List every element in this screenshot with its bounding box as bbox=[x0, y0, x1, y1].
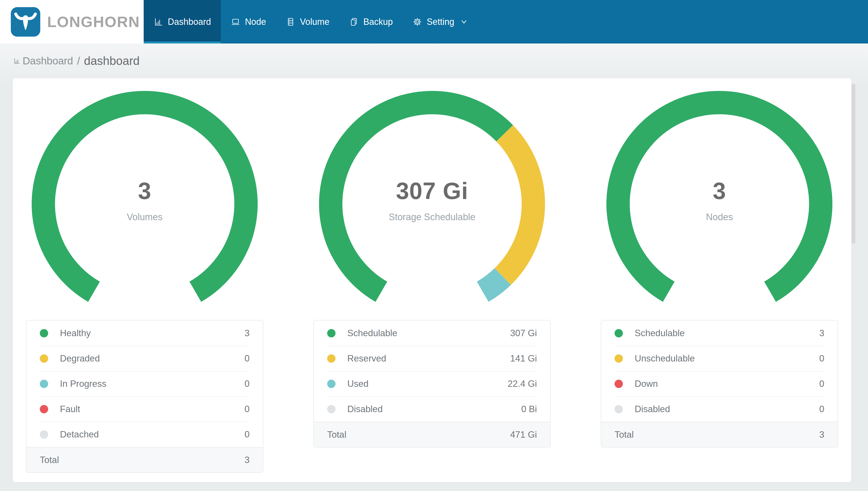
legend-color-dot bbox=[40, 354, 48, 363]
legend-total-row: Total471 Gi bbox=[314, 422, 550, 447]
nav-item-node[interactable]: Node bbox=[221, 0, 276, 44]
volumes-count: 3 bbox=[32, 177, 258, 204]
nav-item-volume[interactable]: Volume bbox=[276, 0, 339, 44]
breadcrumb-section-dashboard[interactable]: Dashboard bbox=[23, 55, 73, 67]
legend-color-dot bbox=[615, 354, 623, 363]
total-label: Total bbox=[327, 430, 510, 440]
legend-label: Unschedulable bbox=[635, 353, 819, 364]
legend-value: 0 bbox=[244, 429, 250, 440]
storage-legend-table: Schedulable307 GiReserved141 GiUsed22.4 … bbox=[313, 320, 551, 447]
total-label: Total bbox=[615, 430, 819, 440]
legend-color-dot bbox=[327, 329, 336, 338]
top-navbar: LONGHORN Dashboard Node bbox=[0, 0, 868, 44]
legend-row: Used22.4 Gi bbox=[314, 371, 550, 396]
brand-name: LONGHORN bbox=[47, 13, 140, 30]
legend-color-dot bbox=[615, 329, 623, 338]
bar-chart-icon bbox=[154, 17, 163, 27]
legend-value: 0 bbox=[244, 353, 250, 364]
main-menu: Dashboard Node Volume bbox=[144, 0, 478, 44]
legend-row: Down0 bbox=[601, 371, 838, 396]
legend-row: Schedulable3 bbox=[601, 320, 838, 346]
legend-row: Degraded0 bbox=[27, 346, 263, 371]
storage-panel: 307 Gi Storage Schedulable Schedulable30… bbox=[313, 91, 551, 482]
total-value: 3 bbox=[819, 430, 824, 440]
legend-value: 0 bbox=[819, 404, 824, 414]
legend-value: 141 Gi bbox=[510, 353, 537, 364]
volumes-panel: 3 Volumes Healthy3Degraded0In Progress0F… bbox=[26, 91, 263, 482]
breadcrumb: Dashboard / dashboard bbox=[0, 44, 868, 78]
nav-label: Dashboard bbox=[168, 17, 211, 27]
legend-value: 0 Bi bbox=[521, 404, 537, 414]
storage-schedulable-value: 307 Gi bbox=[319, 177, 545, 204]
legend-label: Disabled bbox=[347, 404, 521, 414]
gauge-center-text: 3 Volumes bbox=[32, 177, 258, 222]
nodes-gauge-label: Nodes bbox=[607, 212, 832, 222]
legend-color-dot bbox=[40, 329, 48, 338]
bar-chart-icon bbox=[13, 57, 21, 65]
legend-label: Healthy bbox=[60, 328, 244, 338]
volumes-legend-table: Healthy3Degraded0In Progress0Fault0Detac… bbox=[26, 320, 263, 473]
legend-value: 0 bbox=[819, 379, 824, 389]
legend-label: Degraded bbox=[60, 353, 244, 364]
nodes-count: 3 bbox=[607, 177, 832, 204]
logo-area[interactable]: LONGHORN bbox=[0, 0, 144, 44]
legend-value: 0 bbox=[244, 404, 250, 414]
nodes-legend-table: Schedulable3Unschedulable0Down0Disabled0… bbox=[601, 320, 838, 447]
gear-icon bbox=[412, 17, 422, 27]
gauge-center-text: 3 Nodes bbox=[607, 177, 832, 222]
gauge-segment-used bbox=[483, 277, 503, 292]
chevron-down-icon bbox=[460, 18, 468, 26]
legend-color-dot bbox=[615, 380, 623, 388]
vertical-scrollbar-thumb[interactable] bbox=[852, 84, 855, 243]
legend-value: 3 bbox=[244, 328, 250, 338]
nav-item-dashboard[interactable]: Dashboard bbox=[144, 0, 221, 44]
volumes-gauge-label: Volumes bbox=[32, 212, 258, 222]
legend-total-row: Total3 bbox=[601, 422, 838, 447]
legend-label: Used bbox=[347, 379, 508, 389]
legend-color-dot bbox=[40, 405, 48, 413]
breadcrumb-separator: / bbox=[77, 55, 80, 67]
longhorn-logo-icon bbox=[11, 7, 40, 37]
nav-label: Backup bbox=[363, 17, 393, 27]
gauge-center-text: 307 Gi Storage Schedulable bbox=[319, 177, 545, 222]
nav-item-backup[interactable]: Backup bbox=[339, 0, 403, 44]
legend-color-dot bbox=[40, 430, 48, 439]
dashboard-card: 3 Volumes Healthy3Degraded0In Progress0F… bbox=[13, 78, 851, 482]
nav-label: Setting bbox=[427, 17, 454, 27]
page-content: Dashboard / dashboard 3 Volumes Healthy3… bbox=[0, 44, 868, 491]
legend-row: Fault0 bbox=[27, 396, 263, 422]
legend-row: Schedulable307 Gi bbox=[314, 320, 550, 346]
legend-row: Healthy3 bbox=[27, 320, 263, 346]
legend-label: Disabled bbox=[635, 404, 819, 414]
nodes-panel: 3 Nodes Schedulable3Unschedulable0Down0D… bbox=[601, 91, 838, 482]
legend-row: Unschedulable0 bbox=[601, 346, 838, 371]
legend-label: Down bbox=[635, 379, 819, 389]
legend-color-dot bbox=[40, 380, 48, 388]
legend-label: Schedulable bbox=[635, 328, 819, 338]
total-value: 3 bbox=[244, 455, 250, 465]
total-value: 471 Gi bbox=[510, 430, 537, 440]
legend-color-dot bbox=[327, 380, 336, 388]
breadcrumb-current-page: dashboard bbox=[84, 54, 140, 67]
legend-value: 22.4 Gi bbox=[508, 379, 537, 389]
nodes-gauge: 3 Nodes bbox=[607, 91, 832, 317]
legend-value: 3 bbox=[819, 328, 824, 338]
legend-label: Fault bbox=[60, 404, 244, 414]
longhorn-dashboard-screen: LONGHORN Dashboard Node bbox=[0, 0, 868, 491]
nav-item-setting[interactable]: Setting bbox=[403, 0, 478, 44]
legend-row: Reserved141 Gi bbox=[314, 346, 550, 371]
legend-row: Disabled0 bbox=[601, 396, 838, 422]
legend-color-dot bbox=[615, 405, 623, 413]
legend-label: In Progress bbox=[60, 379, 244, 389]
copy-icon bbox=[349, 17, 359, 27]
storage-gauge: 307 Gi Storage Schedulable bbox=[319, 91, 545, 317]
legend-row: In Progress0 bbox=[27, 371, 263, 396]
legend-value: 0 bbox=[244, 379, 250, 389]
storage-gauge-label: Storage Schedulable bbox=[319, 212, 545, 222]
nav-label: Node bbox=[245, 17, 266, 27]
legend-total-row: Total3 bbox=[27, 447, 263, 472]
legend-color-dot bbox=[327, 354, 336, 363]
nav-label: Volume bbox=[300, 17, 329, 27]
legend-row: Disabled0 Bi bbox=[314, 396, 550, 422]
legend-value: 307 Gi bbox=[510, 328, 537, 338]
